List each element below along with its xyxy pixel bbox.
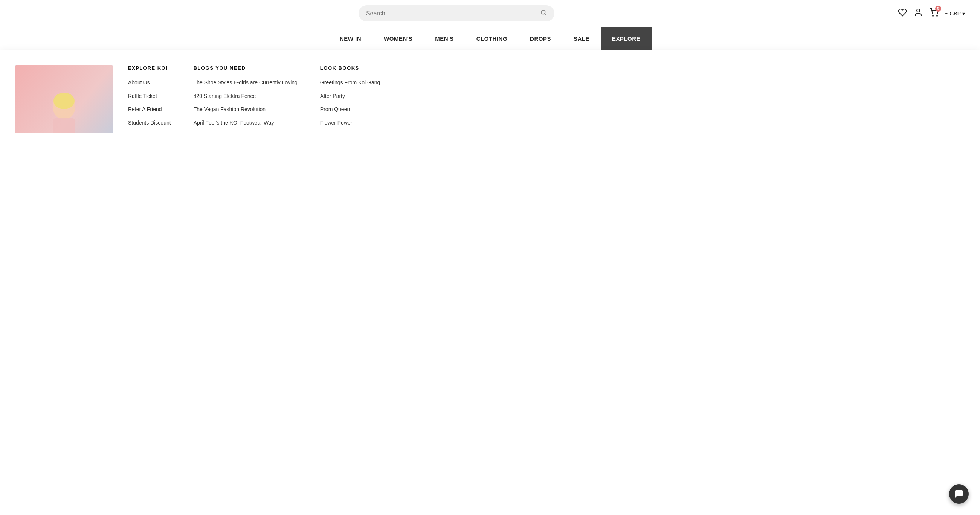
nav-item-clothing[interactable]: CLOTHING: [465, 27, 519, 50]
blog-vegan-link[interactable]: The Vegan Fashion Revolution: [194, 106, 266, 112]
account-icon[interactable]: [914, 8, 923, 19]
nav-item-sale[interactable]: SALE: [562, 27, 601, 50]
raffle-ticket-link[interactable]: Raffle Ticket: [128, 93, 157, 99]
lookbook-after-party-link[interactable]: After Party: [320, 93, 345, 99]
list-item: The Vegan Fashion Revolution: [194, 106, 298, 113]
list-item: Refer A Friend: [128, 106, 171, 113]
svg-point-17: [54, 92, 75, 109]
dropdown-columns: EXPLORE KOI About Us Raffle Ticket Refer…: [128, 65, 965, 133]
nav-item-explore[interactable]: EXPLORE: [601, 27, 652, 50]
search-icon[interactable]: [540, 9, 547, 18]
dropdown-image: [15, 65, 113, 133]
lookbooks-heading: LOOK BOOKS: [320, 65, 380, 71]
currency-label: £ GBP: [945, 11, 961, 17]
header: K: [0, 0, 980, 27]
lookbook-flower-power-link[interactable]: Flower Power: [320, 120, 353, 126]
list-item: After Party: [320, 92, 380, 100]
explore-koi-col: EXPLORE KOI About Us Raffle Ticket Refer…: [128, 65, 171, 133]
list-item: Students Discount: [128, 119, 171, 127]
svg-point-5: [937, 16, 937, 16]
list-item: Flower Power: [320, 119, 380, 127]
list-item: 420 Starting Elektra Fence: [194, 92, 298, 100]
wishlist-icon[interactable]: [898, 8, 907, 19]
header-icons: 0 £ GBP ▾: [898, 8, 965, 19]
svg-point-4: [932, 16, 933, 16]
promo-image-svg: [15, 65, 113, 133]
list-item: Talia Mar x Koi Footwear Get The Scoop: [194, 132, 298, 133]
currency-selector[interactable]: £ GBP ▾: [945, 11, 965, 17]
blog-420-link[interactable]: 420 Starting Elektra Fence: [194, 93, 256, 99]
cart-badge: 0: [935, 6, 941, 12]
blogs-list: The Shoe Styles E-girls are Currently Lo…: [194, 79, 298, 133]
explore-dropdown: EXPLORE KOI About Us Raffle Ticket Refer…: [0, 50, 980, 133]
nav-item-drops[interactable]: DROPS: [519, 27, 562, 50]
students-discount-link[interactable]: Students Discount: [128, 120, 171, 126]
blog-egirls-link[interactable]: The Shoe Styles E-girls are Currently Lo…: [194, 79, 298, 86]
list-item: Pastel Glam: [320, 132, 380, 133]
search-input[interactable]: [366, 10, 536, 17]
svg-rect-10: [53, 118, 75, 133]
blogs-col: BLOGS YOU NEED The Shoe Styles E-girls a…: [194, 65, 298, 133]
blogs-heading: BLOGS YOU NEED: [194, 65, 298, 71]
search-bar: [358, 5, 554, 21]
svg-line-2: [545, 14, 546, 15]
svg-point-3: [917, 9, 920, 12]
lookbook-greetings-link[interactable]: Greetings From Koi Gang: [320, 79, 380, 86]
lookbooks-col: LOOK BOOKS Greetings From Koi Gang After…: [320, 65, 380, 133]
list-item: Prom Queen: [320, 106, 380, 113]
main-nav: NEW IN WOMEN'S MEN'S CLOTHING DROPS SALE…: [0, 27, 980, 50]
dropdown-image-inner: [15, 65, 113, 133]
nav-item-new-in[interactable]: NEW IN: [328, 27, 372, 50]
list-item: Greetings From Koi Gang: [320, 79, 380, 87]
chevron-down-icon: ▾: [962, 11, 965, 17]
refer-friend-link[interactable]: Refer A Friend: [128, 106, 162, 112]
list-item: Raffle Ticket: [128, 92, 171, 100]
explore-koi-list: About Us Raffle Ticket Refer A Friend St…: [128, 79, 171, 133]
cart-icon[interactable]: 0: [929, 8, 939, 19]
list-item: Stockists: [128, 132, 171, 133]
nav-item-mens[interactable]: MEN'S: [424, 27, 465, 50]
list-item: April Fool's the KOI Footwear Way: [194, 119, 298, 127]
nav-item-womens[interactable]: WOMEN'S: [372, 27, 424, 50]
about-us-link[interactable]: About Us: [128, 79, 150, 86]
explore-koi-heading: EXPLORE KOI: [128, 65, 171, 71]
list-item: About Us: [128, 79, 171, 87]
lookbook-prom-queen-link[interactable]: Prom Queen: [320, 106, 350, 112]
lookbooks-list: Greetings From Koi Gang After Party Prom…: [320, 79, 380, 133]
blog-april-link[interactable]: April Fool's the KOI Footwear Way: [194, 120, 274, 126]
list-item: The Shoe Styles E-girls are Currently Lo…: [194, 79, 298, 87]
